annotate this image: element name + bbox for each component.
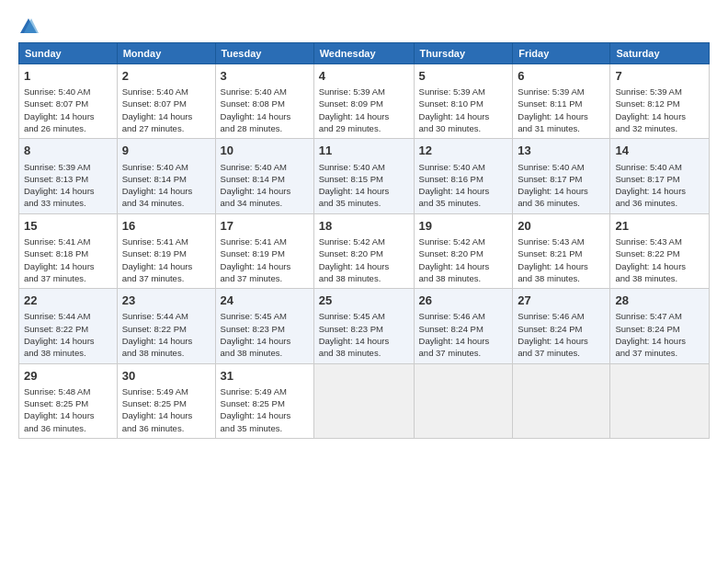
day-info: Sunset: 8:12 PM bbox=[615, 98, 704, 109]
day-number: 14 bbox=[615, 143, 704, 159]
day-info: Daylight: 14 hours bbox=[319, 110, 409, 122]
day-info: Sunset: 8:17 PM bbox=[615, 173, 704, 185]
day-number: 22 bbox=[24, 293, 112, 309]
day-info: Sunrise: 5:45 AM bbox=[221, 310, 309, 322]
day-number: 29 bbox=[24, 368, 112, 385]
calendar-cell: 28Sunrise: 5:47 AMSunset: 8:24 PMDayligh… bbox=[610, 289, 710, 363]
day-info: and 36 minutes. bbox=[24, 422, 112, 434]
day-info: and 37 minutes. bbox=[419, 347, 508, 359]
day-info: Daylight: 14 hours bbox=[419, 110, 508, 122]
day-number: 8 bbox=[24, 143, 112, 159]
day-info: Daylight: 14 hours bbox=[319, 185, 409, 197]
day-info: Daylight: 14 hours bbox=[319, 260, 409, 272]
calendar-cell: 23Sunrise: 5:44 AMSunset: 8:22 PMDayligh… bbox=[117, 289, 215, 363]
day-info: Sunrise: 5:42 AM bbox=[319, 236, 409, 247]
calendar-cell: 31Sunrise: 5:49 AMSunset: 8:25 PMDayligh… bbox=[215, 363, 313, 438]
day-number: 9 bbox=[122, 143, 210, 159]
day-info: and 37 minutes. bbox=[615, 347, 704, 359]
day-info: Daylight: 14 hours bbox=[221, 409, 309, 421]
day-number: 10 bbox=[221, 143, 309, 159]
day-info: and 26 minutes. bbox=[24, 122, 112, 134]
day-number: 25 bbox=[319, 293, 409, 309]
day-number: 19 bbox=[419, 218, 508, 235]
day-info: Sunset: 8:14 PM bbox=[122, 173, 210, 185]
day-info: Sunset: 8:22 PM bbox=[24, 323, 112, 335]
day-number: 26 bbox=[419, 293, 508, 309]
calendar-cell: 2Sunrise: 5:40 AMSunset: 8:07 PMDaylight… bbox=[117, 64, 215, 139]
day-info: Sunset: 8:09 PM bbox=[319, 98, 409, 109]
day-info: Sunset: 8:23 PM bbox=[319, 323, 409, 335]
day-info: Sunset: 8:11 PM bbox=[518, 98, 605, 109]
calendar-header: SundayMondayTuesdayWednesdayThursdayFrid… bbox=[19, 43, 710, 64]
day-info: and 37 minutes. bbox=[122, 272, 210, 284]
day-info: and 38 minutes. bbox=[319, 347, 409, 359]
day-info: Sunset: 8:07 PM bbox=[24, 98, 112, 109]
day-info: Sunrise: 5:39 AM bbox=[615, 86, 704, 98]
day-number: 6 bbox=[518, 68, 605, 85]
day-info: Daylight: 14 hours bbox=[518, 185, 605, 197]
day-info: Sunrise: 5:44 AM bbox=[122, 310, 210, 322]
day-number: 16 bbox=[122, 218, 210, 235]
day-info: Sunrise: 5:39 AM bbox=[24, 161, 112, 173]
day-number: 27 bbox=[518, 293, 605, 309]
calendar-cell: 26Sunrise: 5:46 AMSunset: 8:24 PMDayligh… bbox=[414, 289, 513, 363]
day-info: Sunrise: 5:43 AM bbox=[518, 236, 605, 247]
day-info: Daylight: 14 hours bbox=[24, 185, 112, 197]
logo bbox=[18, 17, 42, 37]
day-info: and 38 minutes. bbox=[518, 272, 605, 284]
day-info: Daylight: 14 hours bbox=[615, 110, 704, 122]
day-info: Sunrise: 5:40 AM bbox=[518, 161, 605, 173]
day-info: and 28 minutes. bbox=[221, 122, 309, 134]
day-info: Daylight: 14 hours bbox=[24, 409, 112, 421]
day-info: Sunrise: 5:39 AM bbox=[319, 86, 409, 98]
calendar-week-2: 8Sunrise: 5:39 AMSunset: 8:13 PMDaylight… bbox=[19, 139, 710, 213]
calendar-cell: 20Sunrise: 5:43 AMSunset: 8:21 PMDayligh… bbox=[513, 213, 610, 288]
day-info: Sunset: 8:24 PM bbox=[518, 323, 605, 335]
day-number: 13 bbox=[518, 143, 605, 159]
calendar-cell: 21Sunrise: 5:43 AMSunset: 8:22 PMDayligh… bbox=[610, 213, 710, 288]
calendar-cell: 27Sunrise: 5:46 AMSunset: 8:24 PMDayligh… bbox=[513, 289, 610, 363]
day-info: and 35 minutes. bbox=[419, 197, 508, 209]
day-info: Daylight: 14 hours bbox=[122, 335, 210, 347]
calendar-cell: 16Sunrise: 5:41 AMSunset: 8:19 PMDayligh… bbox=[117, 213, 215, 288]
day-info: and 38 minutes. bbox=[615, 272, 704, 284]
day-info: Sunrise: 5:39 AM bbox=[419, 86, 508, 98]
day-info: Sunset: 8:20 PM bbox=[419, 247, 508, 259]
day-info: Sunset: 8:19 PM bbox=[122, 247, 210, 259]
day-info: Sunrise: 5:40 AM bbox=[419, 161, 508, 173]
calendar-cell: 24Sunrise: 5:45 AMSunset: 8:23 PMDayligh… bbox=[215, 289, 313, 363]
calendar-cell: 13Sunrise: 5:40 AMSunset: 8:17 PMDayligh… bbox=[513, 139, 610, 213]
day-number: 15 bbox=[24, 218, 112, 235]
calendar-cell: 18Sunrise: 5:42 AMSunset: 8:20 PMDayligh… bbox=[313, 213, 414, 288]
day-info: Daylight: 14 hours bbox=[221, 185, 309, 197]
day-info: and 38 minutes. bbox=[419, 272, 508, 284]
calendar-body: 1Sunrise: 5:40 AMSunset: 8:07 PMDaylight… bbox=[19, 64, 710, 439]
day-info: Sunrise: 5:41 AM bbox=[122, 236, 210, 247]
day-info: Daylight: 14 hours bbox=[319, 335, 409, 347]
day-info: Daylight: 14 hours bbox=[24, 260, 112, 272]
day-info: Sunset: 8:07 PM bbox=[122, 98, 210, 109]
calendar-week-3: 15Sunrise: 5:41 AMSunset: 8:18 PMDayligh… bbox=[19, 213, 710, 288]
day-info: Daylight: 14 hours bbox=[518, 335, 605, 347]
day-info: Sunrise: 5:49 AM bbox=[221, 385, 309, 397]
day-number: 11 bbox=[319, 143, 409, 159]
header-cell-thursday: Thursday bbox=[414, 43, 513, 64]
day-number: 3 bbox=[221, 68, 309, 85]
calendar-cell: 10Sunrise: 5:40 AMSunset: 8:14 PMDayligh… bbox=[215, 139, 313, 213]
calendar-cell: 30Sunrise: 5:49 AMSunset: 8:25 PMDayligh… bbox=[117, 363, 215, 438]
day-info: Daylight: 14 hours bbox=[518, 110, 605, 122]
page: SundayMondayTuesdayWednesdayThursdayFrid… bbox=[0, 0, 728, 563]
day-info: Sunrise: 5:39 AM bbox=[518, 86, 605, 98]
day-info: and 36 minutes. bbox=[122, 422, 210, 434]
day-info: Sunset: 8:24 PM bbox=[615, 323, 704, 335]
day-info: Sunset: 8:16 PM bbox=[419, 173, 508, 185]
calendar-cell: 1Sunrise: 5:40 AMSunset: 8:07 PMDaylight… bbox=[19, 64, 118, 139]
day-info: Daylight: 14 hours bbox=[122, 110, 210, 122]
header-cell-saturday: Saturday bbox=[610, 43, 710, 64]
calendar-cell: 22Sunrise: 5:44 AMSunset: 8:22 PMDayligh… bbox=[19, 289, 118, 363]
day-info: Daylight: 14 hours bbox=[615, 335, 704, 347]
header-cell-monday: Monday bbox=[117, 43, 215, 64]
day-info: Daylight: 14 hours bbox=[615, 260, 704, 272]
calendar-cell: 7Sunrise: 5:39 AMSunset: 8:12 PMDaylight… bbox=[610, 64, 710, 139]
day-info: and 34 minutes. bbox=[122, 197, 210, 209]
